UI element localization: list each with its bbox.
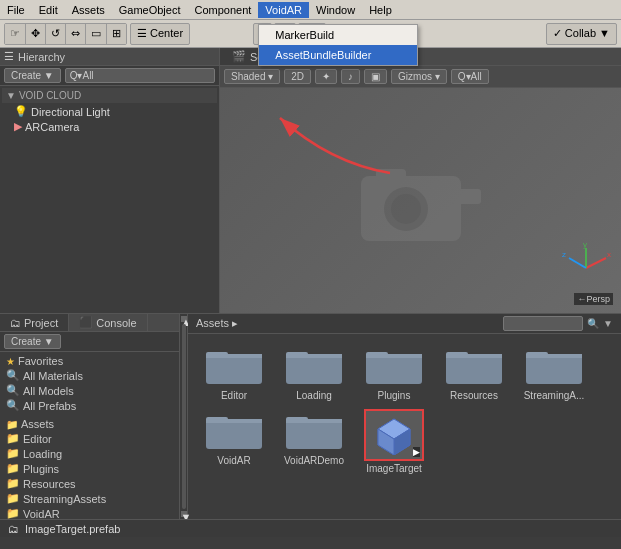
pivot-center-label: ☰ Center bbox=[137, 27, 183, 40]
folder-resources-label: Resources bbox=[450, 390, 498, 401]
tree-loading[interactable]: 📁 Loading bbox=[2, 446, 177, 461]
folder-voiwar-label: VoidAR bbox=[217, 455, 250, 466]
menu-component[interactable]: Component bbox=[187, 2, 258, 18]
svg-rect-23 bbox=[446, 352, 468, 358]
rect-tool[interactable]: ▭ bbox=[86, 24, 107, 44]
hierarchy-content: ▼ VOID CLOUD 💡 Directional Light ▶ ARCam… bbox=[0, 86, 219, 313]
console-icon: ⬛ bbox=[79, 316, 93, 329]
audio-btn[interactable]: ♪ bbox=[341, 69, 360, 84]
lights-btn[interactable]: ✦ bbox=[315, 69, 337, 84]
scroll-down[interactable]: ▼ bbox=[181, 511, 187, 517]
folder-icon-voiwar bbox=[206, 409, 262, 453]
status-icon: 🗂 bbox=[8, 523, 19, 535]
hierarchy-create-btn[interactable]: Create ▼ bbox=[4, 68, 61, 83]
menu-window[interactable]: Window bbox=[309, 2, 362, 18]
menu-help[interactable]: Help bbox=[362, 2, 399, 18]
svg-rect-27 bbox=[206, 419, 262, 449]
shaded-btn[interactable]: Shaded ▾ bbox=[224, 69, 280, 84]
project-scrollbar[interactable]: ▲ ▼ bbox=[180, 314, 188, 519]
menu-file[interactable]: File bbox=[0, 2, 32, 18]
item-label: VoidAR bbox=[23, 508, 60, 520]
folder-plugins[interactable]: Plugins bbox=[358, 344, 430, 401]
voiwar-assetbundlebuilder[interactable]: AssetBundleBuilder bbox=[259, 45, 417, 65]
hierarchy-title: Hierarchy bbox=[18, 51, 65, 63]
svg-rect-4 bbox=[376, 169, 406, 181]
svg-point-3 bbox=[391, 194, 421, 224]
collab-btn[interactable]: ✓ Collab ▼ bbox=[546, 23, 617, 45]
hierarchy-voidcloud-group[interactable]: ▼ VOID CLOUD bbox=[2, 88, 217, 103]
folder-icon-pl: 📁 bbox=[6, 462, 20, 475]
scene-toolbar: Shaded ▾ 2D ✦ ♪ ▣ Gizmos ▾ Q▾All bbox=[220, 66, 621, 88]
menu-voiwar[interactable]: VoidAR bbox=[258, 2, 309, 18]
2d-btn[interactable]: 2D bbox=[284, 69, 311, 84]
tree-favorites[interactable]: ★ Favorites bbox=[2, 354, 177, 368]
play-overlay: ▶ bbox=[413, 447, 420, 457]
transform-all-tool[interactable]: ⊞ bbox=[107, 24, 126, 44]
tree-all-prefabs[interactable]: 🔍 All Prefabs bbox=[2, 398, 177, 413]
folder-loading[interactable]: Loading bbox=[278, 344, 350, 401]
voiwar-markerbuild[interactable]: MarkerBuild bbox=[259, 25, 417, 45]
folder-icon-streaming bbox=[526, 344, 582, 388]
move-tool[interactable]: ✥ bbox=[26, 24, 46, 44]
hierarchy-item-directional-light[interactable]: 💡 Directional Light bbox=[2, 104, 217, 119]
svg-text:y: y bbox=[583, 243, 587, 249]
menu-assets[interactable]: Assets bbox=[65, 2, 112, 18]
hierarchy-icon: ☰ bbox=[4, 50, 14, 63]
imagetarget-box: ▶ bbox=[364, 409, 424, 461]
item-label: Plugins bbox=[23, 463, 59, 475]
folder-voiwardemo[interactable]: VoidARDemo bbox=[278, 409, 350, 474]
hierarchy-search[interactable] bbox=[65, 68, 215, 83]
svg-line-10 bbox=[569, 258, 586, 268]
tree-voiwar[interactable]: 📁 VoidAR bbox=[2, 506, 177, 519]
tree-assets-root[interactable]: 📁 Assets bbox=[2, 417, 177, 431]
folder-resources[interactable]: Resources bbox=[438, 344, 510, 401]
folder-editor-label: Editor bbox=[221, 390, 247, 401]
scene-search-btn[interactable]: Q▾All bbox=[451, 69, 489, 84]
folder-icon-assets: 📁 bbox=[6, 419, 18, 430]
project-toolbar: Create ▼ bbox=[0, 332, 179, 352]
hierarchy-item-arcamera[interactable]: ▶ ARCamera bbox=[2, 119, 217, 134]
folder-icon-editor bbox=[206, 344, 262, 388]
hand-tool[interactable]: ☞ bbox=[5, 24, 26, 44]
star-icon: ★ bbox=[6, 356, 15, 367]
tab-project[interactable]: 🗂 Project bbox=[0, 314, 69, 331]
project-tab-bar: 🗂 Project ⬛ Console bbox=[0, 314, 179, 332]
assets-label: Assets bbox=[21, 418, 54, 430]
folder-imagetarget[interactable]: ▶ ImageTarget bbox=[358, 409, 430, 474]
hierarchy-header: ☰ Hierarchy bbox=[0, 48, 219, 66]
menu-gameobject[interactable]: GameObject bbox=[112, 2, 188, 18]
tree-all-materials[interactable]: 🔍 All Materials bbox=[2, 368, 177, 383]
scale-tool[interactable]: ⇔ bbox=[66, 24, 86, 44]
tree-resources[interactable]: 📁 Resources bbox=[2, 476, 177, 491]
collab-label: ✓ Collab ▼ bbox=[553, 27, 610, 40]
effects-btn[interactable]: ▣ bbox=[364, 69, 387, 84]
scroll-thumb[interactable] bbox=[182, 324, 186, 509]
rotate-tool[interactable]: ↺ bbox=[46, 24, 66, 44]
assets-path: Assets ▸ bbox=[196, 317, 238, 330]
svg-rect-32 bbox=[286, 417, 308, 423]
gizmos-btn[interactable]: Gizmos ▾ bbox=[391, 69, 447, 84]
tree-editor[interactable]: 📁 Editor bbox=[2, 431, 177, 446]
scroll-up[interactable]: ▲ bbox=[181, 316, 187, 322]
folder-voiwar[interactable]: VoidAR bbox=[198, 409, 270, 474]
item-label: All Prefabs bbox=[23, 400, 76, 412]
menu-edit[interactable]: Edit bbox=[32, 2, 65, 18]
tab-console[interactable]: ⬛ Console bbox=[69, 314, 147, 331]
folder-streaming[interactable]: StreamingA... bbox=[518, 344, 590, 401]
svg-rect-17 bbox=[286, 352, 308, 358]
tree-streaming[interactable]: 📁 StreamingAssets bbox=[2, 491, 177, 506]
folder-icon-vo: 📁 bbox=[6, 507, 20, 519]
tree-all-models[interactable]: 🔍 All Models bbox=[2, 383, 177, 398]
svg-rect-29 bbox=[206, 417, 228, 423]
folder-icon-voiwardemo bbox=[286, 409, 342, 453]
project-create-btn[interactable]: Create ▼ bbox=[4, 334, 61, 349]
folder-editor[interactable]: Editor bbox=[198, 344, 270, 401]
menu-bar: File Edit Assets GameObject Component Vo… bbox=[0, 0, 621, 20]
pivot-center-btn[interactable]: ☰ Center bbox=[130, 23, 190, 45]
tree-plugins[interactable]: 📁 Plugins bbox=[2, 461, 177, 476]
project-search-input[interactable] bbox=[503, 316, 583, 331]
folder-icon-plugins bbox=[366, 344, 422, 388]
svg-rect-21 bbox=[446, 354, 502, 384]
svg-rect-1 bbox=[451, 189, 481, 204]
svg-rect-20 bbox=[366, 352, 388, 358]
